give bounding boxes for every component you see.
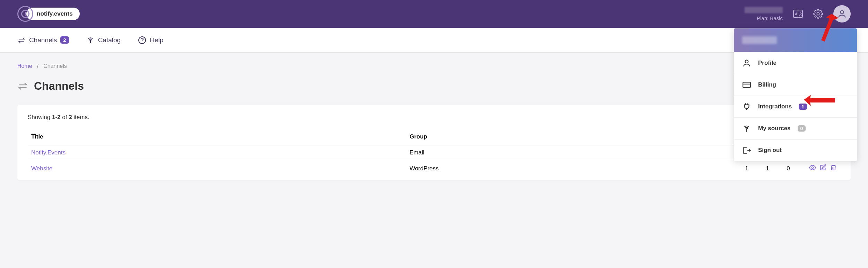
trash-icon[interactable] [830,164,837,173]
swap-icon [17,36,26,44]
table-row: Notify.Events Email [28,145,840,160]
logo-text: notify.events [26,8,80,20]
breadcrumb-home[interactable]: Home [17,63,32,69]
svg-marker-13 [821,14,839,42]
table-header-row: Title Group [28,128,840,145]
dropdown-integrations[interactable]: Integrations 1 [734,96,857,117]
col-title: Title [28,128,406,145]
user-dropdown: Profile Billing Integrations 1 My source… [734,28,857,161]
row-group: WordPress [406,160,736,177]
nav-help[interactable]: Help [138,36,163,44]
broadcast-icon [742,124,751,133]
nav-channels-badge: 2 [60,36,69,44]
nav-catalog[interactable]: Catalog [86,36,121,44]
annotation-arrow [814,14,839,45]
page-title: Channels [34,80,84,92]
breadcrumb-separator: / [37,63,38,69]
svg-text:A: A [795,12,798,16]
plug-icon [742,102,751,111]
breadcrumb-current: Channels [43,63,67,69]
language-icon[interactable]: A 文 [793,10,803,18]
broadcast-icon [86,36,95,44]
plan-info: Plan: Basic [745,7,783,21]
row-count: 1 [757,160,778,177]
col-group: Group [406,128,736,145]
summary-text: Showing 1-2 of 2 items. [28,114,840,121]
svg-text:文: 文 [799,12,803,16]
svg-point-5 [840,11,843,14]
help-icon [138,36,146,44]
swap-icon [17,81,28,92]
nav-catalog-label: Catalog [98,36,121,44]
svg-point-8 [812,167,814,169]
row-count: 0 [778,160,799,177]
dropdown-billing[interactable]: Billing [734,74,857,96]
table-row: Website WordPress 1 1 0 [28,160,840,177]
row-count: 1 [736,160,757,177]
my-sources-badge: 0 [798,125,806,132]
sign-out-icon [742,146,751,155]
eye-icon[interactable] [809,164,816,173]
svg-marker-14 [804,95,835,106]
logo-icon: ! [17,6,33,22]
nav-help-label: Help [150,36,163,44]
dropdown-profile[interactable]: Profile [734,52,857,74]
dropdown-sign-out[interactable]: Sign out [734,139,857,161]
row-title-link[interactable]: Website [31,165,52,172]
edit-icon[interactable] [819,164,826,173]
svg-rect-10 [743,82,750,87]
user-icon [742,59,751,68]
dropdown-my-sources[interactable]: My sources 0 [734,117,857,139]
logo[interactable]: ! notify.events [17,6,80,22]
card-icon [742,80,751,89]
nav-channels[interactable]: Channels 2 [17,36,69,44]
breadcrumb: Home / Channels [17,63,851,69]
svg-point-9 [745,60,748,63]
annotation-arrow [804,95,835,109]
nav-channels-label: Channels [29,36,57,44]
row-group: Email [406,145,736,160]
plan-label: Plan: Basic [745,15,783,21]
row-title-link[interactable]: Notify.Events [31,149,66,156]
